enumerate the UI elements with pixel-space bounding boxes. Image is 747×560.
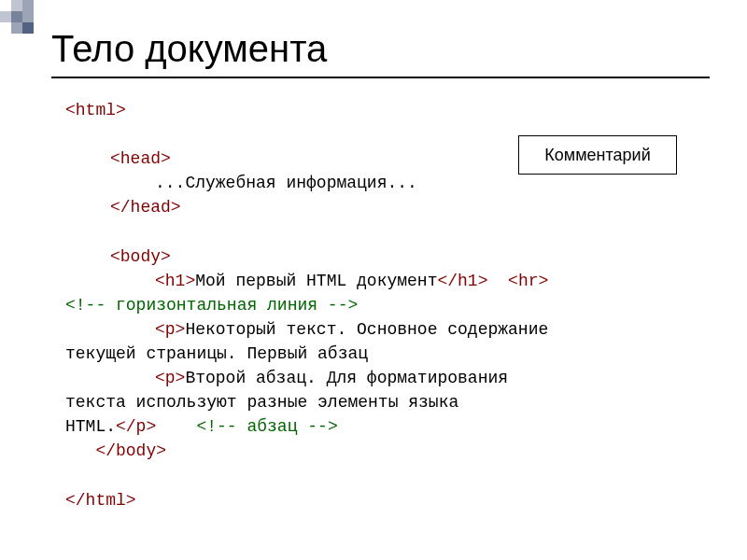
tag-head-close: </head> <box>110 198 181 217</box>
code-example: <html> <head> ...Служебная информация...… <box>65 98 710 512</box>
tag-body-close: </body> <box>95 441 166 460</box>
tag-p2-open: <p> <box>155 369 185 387</box>
slide-title: Тело документа <box>51 28 327 70</box>
title-underline <box>51 77 710 78</box>
text-p1-a: Некоторый текст. Основное содержание <box>185 320 548 339</box>
tag-p1-open: <p> <box>155 320 185 339</box>
tag-body-open: <body> <box>110 247 171 266</box>
corner-decoration <box>0 0 45 45</box>
text-p2-b: текста используют разные элементы языка <box>65 393 458 412</box>
comment-hr: <!-- горизонтальная линия --> <box>65 296 358 315</box>
comment-p: <!-- абзац --> <box>196 417 337 436</box>
tag-html-open: <html> <box>65 101 126 119</box>
text-p1-b: текущей страницы. Первый абзац <box>65 344 368 363</box>
text-p2-a: Второй абзац. Для форматирования <box>185 369 508 387</box>
text-service-info: ...Служебная информация... <box>155 174 417 192</box>
tag-p-close: </p> <box>116 417 156 436</box>
tag-html-close: </html> <box>65 491 136 510</box>
tag-hr: <hr> <box>508 272 548 290</box>
tag-h1-open: <h1> <box>155 272 195 290</box>
text-h1: Мой первый HTML документ <box>195 272 437 290</box>
tag-h1-close: </h1> <box>437 272 487 290</box>
tag-head-open: <head> <box>110 149 171 168</box>
text-p2-c: HTML. <box>65 417 116 436</box>
